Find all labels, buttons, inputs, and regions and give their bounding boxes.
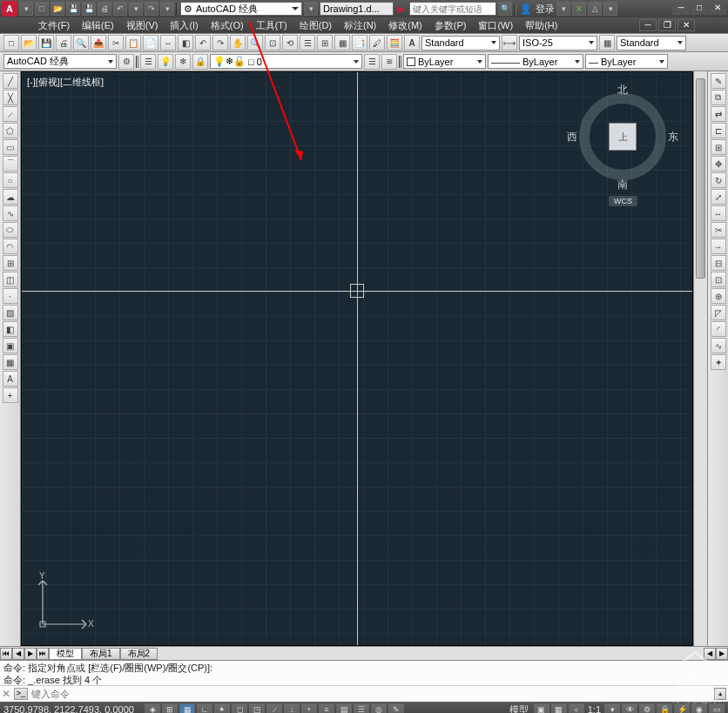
layer-state-icon[interactable]: ☰ — [364, 54, 380, 70]
menu-insert[interactable]: 插入(I) — [165, 18, 203, 33]
dsm-icon[interactable]: ⊞ — [317, 35, 333, 50]
layer-dropdown[interactable]: 💡❄🔓□ 0 — [210, 54, 362, 69]
spline-icon[interactable]: ∿ — [3, 205, 18, 221]
command-input[interactable] — [31, 689, 714, 699]
layer-freeze-icon[interactable]: ❄ — [175, 54, 191, 70]
workspace-dropdown-2[interactable]: AutoCAD 经典 — [3, 54, 117, 69]
compass-north[interactable]: 北 — [617, 83, 628, 98]
extend-icon[interactable]: → — [711, 239, 726, 254]
mirror-icon[interactable]: ⇄ — [711, 106, 726, 122]
trim-icon[interactable]: ✂ — [711, 222, 726, 238]
drawing-canvas[interactable]: [-][俯视][二维线框] 上 北 南 东 西 WCS X Y — [21, 71, 693, 646]
table-icon[interactable]: ▦ — [3, 354, 18, 370]
redo-icon[interactable]: ↷ — [145, 2, 158, 16]
dyn-icon[interactable]: + — [301, 703, 317, 714]
blend-icon[interactable]: ∿ — [711, 338, 726, 353]
qp-icon[interactable]: ☰ — [354, 703, 369, 714]
maximize-button[interactable]: □ — [691, 3, 708, 15]
break-pt-icon[interactable]: ⊟ — [711, 255, 726, 271]
paper-label[interactable]: 模型 — [509, 703, 529, 714]
new-file-icon[interactable]: □ — [3, 35, 19, 50]
layer-on-icon[interactable]: 💡 — [158, 54, 173, 70]
text-style-dropdown[interactable]: Standard — [421, 36, 500, 50]
compass-east[interactable]: 东 — [668, 130, 678, 145]
workspace-dropdown[interactable]: ⚙ AutoCAD 经典 — [180, 2, 302, 16]
infer-icon[interactable]: ◈ — [145, 703, 160, 714]
offset-icon[interactable]: ⊏ — [711, 123, 726, 138]
lineweight-dropdown[interactable]: —ByLayer — [585, 54, 668, 69]
table-style-dropdown[interactable]: Standard — [617, 36, 686, 50]
pan-icon[interactable]: ✋ — [230, 35, 246, 50]
erase-icon[interactable]: ✎ — [711, 73, 726, 89]
move-icon[interactable]: ✥ — [711, 156, 726, 172]
ellipse-arc-icon[interactable]: ◠ — [3, 239, 18, 254]
region-icon[interactable]: ▣ — [3, 338, 18, 353]
menu-edit[interactable]: 编辑(E) — [77, 18, 119, 33]
dimstyle-icon[interactable]: ⟼ — [502, 35, 517, 50]
markup-icon[interactable]: 🖊 — [369, 35, 385, 50]
menu-param[interactable]: 参数(P) — [429, 18, 472, 33]
save-file-icon[interactable]: 💾 — [38, 35, 54, 50]
search-icon[interactable]: 🔍 — [498, 2, 512, 16]
tablestyle-icon[interactable]: ▦ — [599, 35, 615, 50]
dim-style-dropdown[interactable]: ISO-25 — [519, 36, 597, 50]
new-icon[interactable]: □ — [35, 2, 49, 16]
menu-view[interactable]: 视图(V) — [121, 18, 164, 33]
sc-icon[interactable]: ◎ — [371, 703, 387, 714]
cmd-close-icon[interactable]: ✕ — [2, 688, 10, 700]
menu-window[interactable]: 窗口(W) — [473, 18, 518, 33]
menu-draw[interactable]: 绘图(D) — [294, 18, 337, 33]
minimize-button[interactable]: ─ — [672, 3, 690, 15]
undo-icon[interactable]: ↶ — [113, 2, 127, 16]
osnap-icon[interactable]: ◻ — [232, 703, 247, 714]
ws-switch-icon[interactable]: ⚙ — [639, 703, 655, 714]
menu-dimension[interactable]: 标注(N) — [339, 18, 381, 33]
zoom-rt-icon[interactable]: 🔍 — [247, 35, 263, 50]
hatch-icon[interactable]: ▨ — [3, 305, 18, 320]
tpy-icon[interactable]: ▤ — [336, 703, 352, 714]
fillet-icon[interactable]: ◜ — [711, 321, 726, 337]
color-dropdown[interactable]: ByLayer — [403, 54, 486, 69]
layer-lock-icon[interactable]: 🔒 — [192, 54, 208, 70]
snap-icon[interactable]: ⊞ — [162, 703, 178, 714]
scale-icon[interactable]: ⤢ — [711, 189, 726, 205]
print-icon[interactable]: 🖨 — [56, 35, 71, 50]
scale-value[interactable]: 1:1 — [588, 704, 601, 713]
workspace-tool-icon[interactable]: ▾ — [304, 2, 318, 16]
revcloud-icon[interactable]: ☁ — [3, 189, 18, 205]
anno-vis-icon[interactable]: 👁 — [622, 703, 637, 714]
join-icon[interactable]: ⊕ — [711, 288, 726, 304]
zoom-win-icon[interactable]: ⊡ — [265, 35, 280, 50]
menu-format[interactable]: 格式(O) — [206, 18, 249, 33]
make-block-icon[interactable]: ◫ — [3, 272, 18, 287]
tool-pal-icon[interactable]: ▦ — [334, 35, 350, 50]
textstyle-icon[interactable]: A — [404, 35, 420, 50]
undo2-icon[interactable]: ↶ — [195, 35, 211, 50]
preview-icon[interactable]: 🔍 — [73, 35, 89, 50]
grid-icon[interactable]: ▦ — [179, 703, 195, 714]
insert-block-icon[interactable]: ⊞ — [3, 255, 18, 271]
zoom-prev-icon[interactable]: ⟲ — [282, 35, 298, 50]
tab-nav-next[interactable]: ▶ — [24, 648, 37, 660]
ducs-icon[interactable]: ⟂ — [284, 703, 300, 714]
3dosnap-icon[interactable]: ◳ — [249, 703, 265, 714]
doc-minimize-button[interactable]: ─ — [639, 19, 657, 31]
exchange-x-icon[interactable]: X — [572, 2, 586, 16]
publish-icon[interactable]: 📤 — [91, 35, 106, 50]
xline-icon[interactable]: ╳ — [3, 90, 18, 105]
undo-drop-icon[interactable]: ▾ — [129, 2, 143, 16]
copy-icon[interactable]: 📋 — [125, 35, 141, 50]
menu-tools[interactable]: 工具(T) — [251, 18, 293, 33]
arc-icon[interactable]: ⌒ — [3, 156, 18, 172]
help-search-input[interactable] — [409, 2, 496, 16]
qview-dwg-icon[interactable]: ▦ — [551, 703, 567, 714]
redo-drop-icon[interactable]: ▾ — [160, 2, 174, 16]
tab-layout1[interactable]: 布局1 — [82, 648, 120, 660]
doc-restore-button[interactable]: ❐ — [658, 19, 676, 31]
menu-dropdown-icon[interactable]: ▾ — [19, 2, 33, 16]
stretch-icon[interactable]: ↔ — [711, 205, 726, 221]
rotate-icon[interactable]: ↻ — [711, 172, 726, 188]
help-drop-icon[interactable]: ▾ — [603, 2, 617, 16]
doc-close-button[interactable]: ✕ — [677, 19, 695, 31]
workspace-settings-icon[interactable]: ⚙ — [118, 54, 134, 70]
